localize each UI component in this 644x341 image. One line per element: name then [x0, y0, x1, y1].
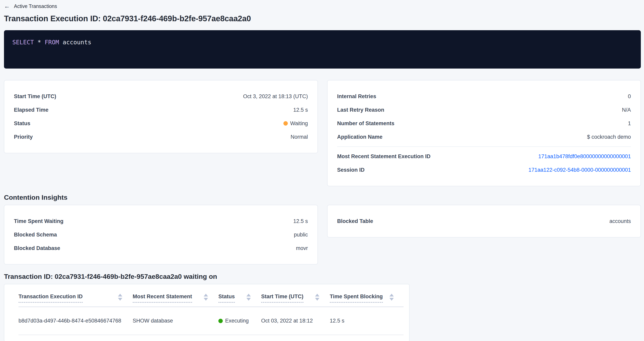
- column-header-time-spent-blocking-label[interactable]: Time Spent Blocking: [330, 294, 383, 303]
- start-time-label: Start Time (UTC): [14, 93, 56, 100]
- most-recent-statement-execution-id-label: Most Recent Statement Execution ID: [337, 153, 430, 160]
- application-name-value: $ cockroach demo: [587, 134, 631, 140]
- internal-retries-label: Internal Retries: [337, 93, 376, 100]
- column-header-start-time: Start Time (UTC): [261, 284, 330, 307]
- card-divider: [337, 146, 631, 147]
- column-header-status: Status: [218, 284, 261, 307]
- priority-label: Priority: [14, 134, 33, 140]
- time-spent-waiting-row: Time Spent Waiting 12.5 s: [14, 214, 308, 228]
- column-header-transaction-execution-id: Transaction Execution ID: [18, 284, 133, 307]
- sort-down-icon: [390, 298, 394, 301]
- sort-up-icon: [390, 294, 394, 297]
- overview-cards: Start Time (UTC) Oct 3, 2022 at 18:13 (U…: [4, 80, 641, 186]
- contention-cards: Time Spent Waiting 12.5 s Blocked Schema…: [4, 205, 641, 265]
- sort-up-icon: [118, 294, 122, 297]
- waiting-status-dot-icon: [284, 121, 288, 126]
- cell-status-text: Executing: [225, 318, 249, 324]
- executing-status-dot-icon: [218, 319, 223, 323]
- waiting-on-table-row: b8d7d03a-d497-446b-8474-e50846674768 SHO…: [18, 307, 404, 335]
- elapsed-time-label: Elapsed Time: [14, 107, 48, 113]
- cell-most-recent-statement: SHOW database: [133, 307, 218, 335]
- elapsed-time-row: Elapsed Time 12.5 s: [14, 103, 308, 117]
- sort-down-icon: [118, 298, 122, 301]
- sort-arrows-icon[interactable]: [118, 294, 122, 301]
- blocked-database-row: Blocked Database movr: [14, 241, 308, 255]
- application-name-row: Application Name $ cockroach demo: [337, 130, 631, 144]
- cell-start-time: Oct 03, 2022 at 18:12: [261, 307, 330, 335]
- status-value-text: Waiting: [290, 120, 308, 127]
- back-arrow-icon: ←: [4, 3, 10, 9]
- sort-arrows-icon[interactable]: [390, 294, 394, 301]
- last-retry-reason-label: Last Retry Reason: [337, 107, 384, 113]
- cell-transaction-execution-id: b8d7d03a-d497-446b-8474-e50846674768: [18, 307, 133, 335]
- application-name-label: Application Name: [337, 134, 382, 140]
- blocked-schema-label: Blocked Schema: [14, 232, 57, 238]
- cell-status: Executing: [218, 307, 261, 335]
- start-time-row: Start Time (UTC) Oct 3, 2022 at 18:13 (U…: [14, 90, 308, 103]
- sql-keyword-from: FROM: [45, 39, 59, 46]
- status-row: Status Waiting: [14, 117, 308, 130]
- sql-table-name: accounts: [63, 39, 92, 46]
- sort-up-icon: [315, 294, 320, 297]
- sql-star-operator: *: [38, 39, 41, 46]
- blocked-table-value: accounts: [610, 218, 631, 224]
- column-header-most-recent-statement: Most Recent Statement: [133, 284, 218, 307]
- column-header-time-spent-blocking: Time Spent Blocking: [330, 284, 404, 307]
- last-retry-reason-value: N/A: [622, 107, 631, 113]
- back-to-active-transactions-link[interactable]: ← Active Transactions: [4, 2, 57, 10]
- page-title: Transaction Execution ID: 02ca7931-f246-…: [4, 14, 641, 23]
- last-retry-reason-row: Last Retry Reason N/A: [337, 103, 631, 117]
- back-link-label: Active Transactions: [14, 3, 57, 9]
- priority-value: Normal: [290, 134, 308, 140]
- waiting-on-heading: Transaction ID: 02ca7931-f246-469b-b2fe-…: [4, 273, 641, 280]
- overview-right-card: Internal Retries 0 Last Retry Reason N/A…: [327, 80, 641, 186]
- time-spent-waiting-label: Time Spent Waiting: [14, 218, 64, 224]
- sort-up-icon: [246, 294, 251, 297]
- waiting-on-table-card: Transaction Execution ID Most Recent Sta…: [4, 284, 410, 341]
- cell-time-spent-blocking: 12.5 s: [330, 307, 404, 335]
- status-value: Waiting: [284, 120, 308, 127]
- blocked-schema-row: Blocked Schema public: [14, 228, 308, 241]
- blocked-table-label: Blocked Table: [337, 218, 373, 224]
- transaction-details-page: ← Active Transactions Transaction Execut…: [0, 0, 644, 341]
- elapsed-time-value: 12.5 s: [293, 107, 308, 113]
- column-header-transaction-execution-id-label[interactable]: Transaction Execution ID: [18, 294, 83, 303]
- blocked-database-label: Blocked Database: [14, 245, 60, 251]
- contention-right-card: Blocked Table accounts: [327, 205, 641, 238]
- blocked-table-row: Blocked Table accounts: [337, 214, 631, 228]
- overview-left-card: Start Time (UTC) Oct 3, 2022 at 18:13 (U…: [4, 80, 318, 153]
- internal-retries-row: Internal Retries 0: [337, 90, 631, 103]
- most-recent-statement-execution-id-link[interactable]: 171aa1b478fdf0e80000000000000001: [538, 153, 631, 160]
- sql-keyword-select: SELECT: [12, 39, 34, 46]
- sort-arrows-icon[interactable]: [204, 294, 208, 301]
- sort-up-icon: [204, 294, 208, 297]
- most-recent-statement-execution-id-row: Most Recent Statement Execution ID 171aa…: [337, 150, 631, 163]
- priority-row: Priority Normal: [14, 130, 308, 144]
- sort-down-icon: [204, 298, 208, 301]
- internal-retries-value: 0: [628, 93, 631, 100]
- number-of-statements-row: Number of Statements 1: [337, 117, 631, 130]
- column-header-status-label[interactable]: Status: [218, 294, 235, 303]
- sort-down-icon: [246, 298, 251, 301]
- session-id-link[interactable]: 171aa122-c092-54b8-0000-000000000001: [528, 167, 631, 173]
- contention-insights-heading: Contention Insights: [4, 193, 641, 201]
- session-id-label: Session ID: [337, 167, 364, 173]
- sort-arrows-icon[interactable]: [246, 294, 251, 301]
- blocked-schema-value: public: [294, 232, 308, 238]
- waiting-on-table-header: Transaction Execution ID Most Recent Sta…: [18, 284, 404, 307]
- contention-left-card: Time Spent Waiting 12.5 s Blocked Schema…: [4, 205, 318, 265]
- status-label: Status: [14, 120, 30, 127]
- session-id-row: Session ID 171aa122-c092-54b8-0000-00000…: [337, 163, 631, 177]
- column-header-start-time-label[interactable]: Start Time (UTC): [261, 294, 304, 303]
- start-time-value: Oct 3, 2022 at 18:13 (UTC): [243, 93, 308, 100]
- blocked-database-value: movr: [296, 245, 308, 251]
- sort-arrows-icon[interactable]: [315, 294, 320, 301]
- sort-down-icon: [315, 298, 320, 301]
- time-spent-waiting-value: 12.5 s: [293, 218, 308, 224]
- sql-statement-box: SELECT * FROM accounts: [4, 30, 641, 68]
- number-of-statements-label: Number of Statements: [337, 120, 394, 127]
- column-header-most-recent-statement-label[interactable]: Most Recent Statement: [133, 294, 192, 303]
- number-of-statements-value: 1: [628, 120, 631, 127]
